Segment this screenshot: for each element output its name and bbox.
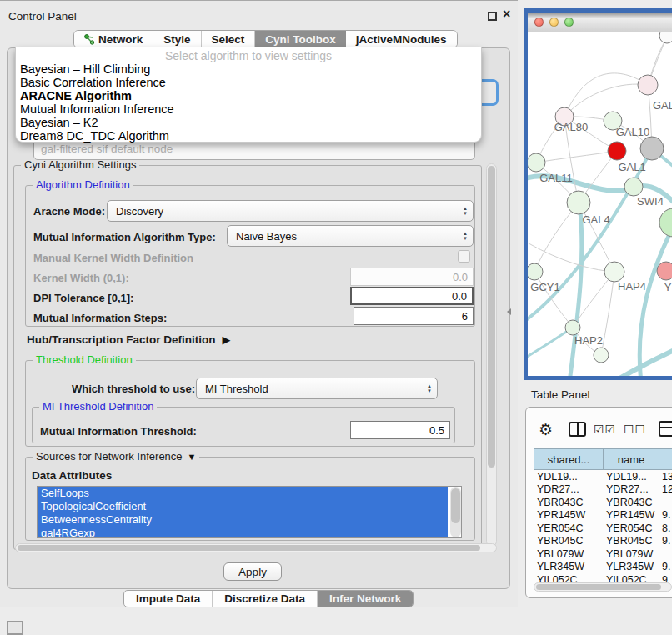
mi-algorithm-type-label: Mutual Information Algorithm Type: [33,231,216,243]
tab-cyni-toolbox[interactable]: Cyni Toolbox [255,31,346,48]
table-row[interactable]: YBR043C YBR043C [534,496,672,509]
scrollbar-thumb[interactable] [18,545,480,551]
table-row[interactable]: YPR145W YPR145W 9. [534,509,672,522]
tab-network[interactable]: Network [74,31,153,48]
column-header[interactable]: name [603,448,659,470]
hub-transcription-factor-label: Hub/Transcription Factor Definition [27,333,216,346]
node-label: GCY1 [530,281,559,293]
list-item[interactable]: gal4RGexp [38,527,448,538]
dropdown-item[interactable]: Bayesian – K2 [16,116,481,129]
aracne-mode-label: Aracne Mode: [33,205,105,218]
float-window-icon[interactable] [488,12,497,21]
tab-impute-data[interactable]: Impute Data [124,591,213,607]
dropdown-item[interactable]: Dream8 DC_TDC Algorithm [16,129,481,142]
hub-transcription-factor-toggle[interactable]: Hub/Transcription Factor Definition ▶ [27,333,231,346]
tab-jactivemnodules[interactable]: jActiveMNodules [346,31,457,48]
list-vertical-scrollbar[interactable] [450,487,461,538]
table-row[interactable]: YBR045C YBR045C 9. [534,535,672,548]
table-mode-icon[interactable] [659,421,672,437]
network-node[interactable] [659,32,672,43]
network-window-titlebar[interactable] [528,12,672,32]
network-icon [84,34,95,45]
sources-group-header[interactable]: Sources for Network Inference ▼ [33,450,199,462]
network-node[interactable] [638,75,658,95]
table-row[interactable]: YDL19... YDL19... 13 [534,470,672,483]
network-node[interactable] [657,262,672,280]
scrollbar-thumb[interactable] [536,584,661,590]
which-threshold-combobox[interactable]: MI Threshold ▲▼ [196,378,438,399]
network-node[interactable] [608,142,626,160]
tab-select[interactable]: Select [202,31,256,48]
tab-discretize-data[interactable]: Discretize Data [213,591,318,607]
network-canvas[interactable]: GAL GAL80 GAL10 GAL1 GAL11 GAL4 SWI4 GCY… [528,32,672,376]
list-item[interactable]: TopologicalCoefficient [38,500,448,513]
table-horizontal-scrollbar[interactable] [534,582,672,592]
aracne-mode-combobox[interactable]: Discovery ▲▼ [107,200,474,222]
select-all-checkboxes-icon[interactable]: ☑☑ [594,422,616,436]
tab-discretize-data-label: Discretize Data [224,592,305,605]
column-header[interactable]: shared... [534,448,603,470]
tab-network-label: Network [98,33,143,46]
desktop: { "colors": { "legend_blue": "#2A28D7", … [0,0,672,635]
tab-style[interactable]: Style [153,31,201,48]
panel-splitter-handle[interactable] [507,308,511,315]
manual-kernel-label: Manual Kernel Width Definition [33,252,193,264]
network-node[interactable] [567,191,590,214]
bottom-tabbar: Impute Data Discretize Data Infer Networ… [123,590,414,608]
dropdown-item[interactable]: Basic Correlation Inference [16,76,481,89]
dpi-tolerance-input[interactable]: 0.0 [350,287,474,305]
manual-kernel-checkbox[interactable] [458,250,470,262]
network-node[interactable] [624,178,643,196]
table-cell: YBR045C [534,535,603,547]
table-cell: 9. [659,509,672,521]
node-label: HAP2 [574,334,603,347]
tab-infer-network[interactable]: Infer Network [318,591,413,607]
scrollbar-thumb[interactable] [488,166,495,468]
table-row[interactable]: YLR345W YLR345W 9. [534,561,672,574]
table-row[interactable]: YDR27... YDR27... 12 [534,483,672,497]
network-node-labels: GAL GAL80 GAL10 GAL1 GAL11 GAL4 SWI4 GCY… [530,99,672,347]
gear-icon[interactable]: ⚙ [539,420,553,439]
node-label: Y [664,281,672,293]
dropdown-item[interactable]: Mutual Information Inference [16,102,481,116]
columns-icon[interactable] [569,422,586,437]
node-label: GAL10 [616,126,649,138]
kernel-width-input[interactable]: 0.0 [350,268,474,286]
mi-steps-input[interactable]: 6 [354,307,474,325]
mi-algorithm-type-combobox[interactable]: Naive Bayes ▲▼ [227,225,474,247]
table-row[interactable]: YER054C YER054C 8. [534,522,672,535]
dropdown-item[interactable]: Bayesian – Hill Climbing [16,62,481,76]
dropdown-item-selected[interactable]: ARACNE Algorithm [16,89,481,102]
zoom-traffic-light-icon[interactable] [564,18,574,27]
list-item[interactable]: SelfLoops [38,487,448,500]
table-cell: YPR145W [603,509,659,521]
apply-button[interactable]: Apply [223,562,282,581]
table-cell: YBR043C [603,497,659,508]
network-node[interactable] [659,208,672,237]
table-row[interactable]: YBL079W YBL079W [534,548,672,561]
network-node[interactable] [565,320,580,335]
tab-jactivemnodules-label: jActiveMNodules [356,33,447,46]
scrollbar-thumb[interactable] [451,488,460,523]
network-node[interactable] [604,262,624,282]
data-attributes-label: Data Attributes [32,469,112,482]
table-cell: YDL19... [534,471,603,482]
network-node[interactable] [528,263,543,280]
mi-algorithm-type-value: Naive Bayes [228,230,458,242]
close-traffic-light-icon[interactable] [534,18,544,27]
close-icon[interactable]: × [503,7,510,22]
settings-vertical-scrollbar[interactable] [486,163,497,547]
collapse-down-icon: ▼ [188,452,197,462]
network-node[interactable] [594,348,609,362]
network-node[interactable] [640,137,664,160]
minimize-traffic-light-icon[interactable] [549,18,559,27]
mi-threshold-definition-title: MI Threshold Definition [39,400,157,412]
aracne-mode-value: Discovery [108,205,458,218]
list-item[interactable]: BetweennessCentrality [38,513,448,527]
docked-panel-icon[interactable] [7,621,23,635]
network-node[interactable] [528,153,545,172]
settings-horizontal-scrollbar[interactable] [15,543,497,552]
deselect-all-checkboxes-icon[interactable]: ☐☐ [624,422,646,436]
column-header[interactable] [659,448,672,470]
mi-threshold-input[interactable]: 0.5 [350,421,450,439]
